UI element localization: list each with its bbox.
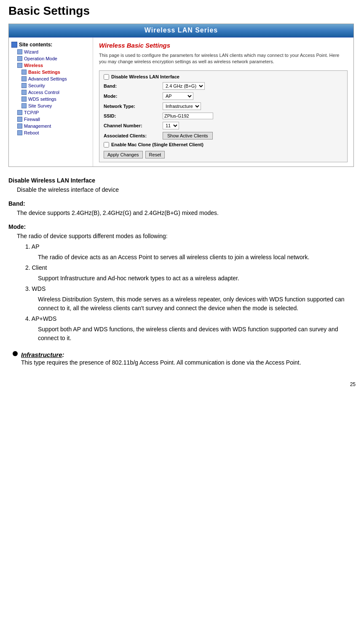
sidebar-group: Wizard Operation Mode Wireless Basic Set… [9, 48, 93, 136]
advanced-settings-icon [21, 76, 27, 81]
mac-clone-label: Enable Mac Clone (Single Ethernet Client… [111, 142, 203, 147]
mode-item-3-number: 3. WDS [8, 285, 356, 293]
disable-wireless-checkbox[interactable] [104, 74, 109, 80]
ssid-input[interactable] [163, 113, 213, 119]
sidebar-item-wds-settings[interactable]: WDS settings [9, 96, 93, 102]
sidebar-section-label: Site contents: [9, 41, 93, 48]
router-panel: Wireless LAN Series Site contents: Wizar… [8, 24, 354, 167]
sidebar-item-access-control[interactable]: Access Control [9, 89, 93, 96]
router-header-title: Wireless LAN Series [145, 27, 218, 34]
sidebar-item-management[interactable]: Management [9, 123, 93, 129]
mode-item-2-desc: Support Infrastructure and Ad-hoc networ… [8, 274, 356, 283]
disable-wireless-row: Disable Wireless LAN Interface [104, 74, 343, 80]
mode-heading: Mode: [8, 223, 356, 230]
management-icon [17, 123, 22, 129]
disable-section: Disable Wireless LAN Interface Disable t… [8, 177, 356, 194]
router-sidebar: Site contents: Wizard Operation Mode Wir… [9, 38, 93, 166]
mode-item-1-number: 1. AP [8, 242, 356, 251]
show-active-clients-button[interactable]: Show Active Clients [163, 132, 213, 140]
router-form: Disable Wireless LAN Interface Band: 2.4… [99, 70, 348, 162]
page-number: 25 [8, 381, 356, 387]
mode-intro: The radio of device supports different m… [8, 232, 356, 241]
mode-item-2-number: 2. Client [8, 263, 356, 272]
sidebar-item-firewall[interactable]: Firewall [9, 116, 93, 123]
network-type-select[interactable]: Infrastructure Ad-hoc [163, 102, 201, 110]
network-type-row: Network Type: Infrastructure Ad-hoc [104, 102, 343, 110]
sidebar-item-tcpip[interactable]: TCP/IP [9, 109, 93, 116]
associated-clients-label: Associated Clients: [104, 133, 163, 138]
sidebar-item-site-survey[interactable]: Site Survey [9, 102, 93, 109]
mac-clone-checkbox[interactable] [104, 142, 109, 148]
reset-button[interactable]: Reset [145, 151, 165, 158]
firewall-icon [17, 117, 22, 122]
disable-heading: Disable Wireless LAN Interface [8, 177, 356, 184]
channel-row: Channel Number: 1234 5678 91011 [104, 122, 343, 129]
mode-item-3-desc: Wireless Distribution System, this mode … [8, 295, 356, 313]
associated-clients-row: Associated Clients: Show Active Clients [104, 132, 343, 140]
documentation: Disable Wireless LAN Interface Disable t… [8, 177, 356, 369]
sidebar-item-basic-settings[interactable]: Basic Settings [9, 69, 93, 75]
bullet-dot-infrastructure [13, 351, 18, 356]
sidebar-item-operation-mode[interactable]: Operation Mode [9, 55, 93, 62]
band-row: Band: 2.4 GHz (B+G) 2.4 GHz (B) 2.4 GHz … [104, 82, 343, 90]
form-buttons-row: Apply Changes Reset [104, 151, 343, 158]
sidebar-item-reboot[interactable]: Reboot [9, 129, 93, 136]
infrastructure-content: Infrastructure: This type requires the p… [21, 351, 356, 369]
band-heading: Band: [8, 200, 356, 207]
reboot-icon [17, 130, 22, 135]
disable-content: Disable the wireless interface of device [8, 185, 356, 194]
infrastructure-heading: Infrastructure: [21, 351, 356, 358]
mode-item-4-desc: Support both AP and WDS functions, the w… [8, 325, 356, 343]
ssid-label: SSID: [104, 113, 163, 118]
wds-settings-icon [21, 97, 27, 102]
tcpip-icon [17, 110, 22, 115]
mode-label: Mode: [104, 94, 163, 99]
mode-section: Mode: The radio of device supports diffe… [8, 223, 356, 343]
router-main: Wireless Basic Settings This page is use… [93, 38, 353, 166]
router-description: This page is used to configure the param… [99, 52, 348, 65]
sidebar-item-wireless[interactable]: Wireless [9, 62, 93, 69]
channel-label: Channel Number: [104, 123, 163, 128]
router-main-title: Wireless Basic Settings [99, 42, 348, 49]
mode-item-1-desc: The radio of device acts as an Access Po… [8, 253, 356, 262]
network-type-label: Network Type: [104, 104, 163, 109]
access-control-icon [21, 90, 27, 95]
site-contents-icon [11, 42, 17, 48]
wireless-icon [17, 63, 22, 68]
mode-item-4-number: 4. AP+WDS [8, 314, 356, 323]
sidebar-item-advanced-settings[interactable]: Advanced Settings [9, 75, 93, 82]
mode-select[interactable]: AP Client WDS AP+WDS [163, 92, 193, 100]
page-title: Basic Settings [8, 4, 356, 18]
mac-clone-row: Enable Mac Clone (Single Ethernet Client… [104, 142, 343, 148]
infrastructure-section: Infrastructure: This type requires the p… [8, 351, 356, 369]
operation-mode-icon [17, 56, 22, 61]
channel-select[interactable]: 1234 5678 91011 [163, 122, 179, 129]
infrastructure-heading-text: Infrastructure: [21, 351, 64, 358]
band-content: The device supports 2.4GHz(B), 2.4GHz(G)… [8, 209, 356, 217]
security-icon [21, 83, 27, 88]
router-header: Wireless LAN Series [9, 24, 353, 37]
band-section: Band: The device supports 2.4GHz(B), 2.4… [8, 200, 356, 217]
wizard-icon [17, 49, 22, 54]
sidebar-item-security[interactable]: Security [9, 82, 93, 89]
basic-settings-icon [21, 70, 27, 75]
infrastructure-description: This type requires the presence of 802.1… [21, 358, 356, 367]
mode-row: Mode: AP Client WDS AP+WDS [104, 92, 343, 100]
band-label: Band: [104, 83, 163, 89]
apply-changes-button[interactable]: Apply Changes [104, 151, 143, 158]
ssid-row: SSID: [104, 113, 343, 119]
disable-wireless-label: Disable Wireless LAN Interface [111, 74, 179, 79]
sidebar-item-wizard[interactable]: Wizard [9, 48, 93, 55]
router-body: Site contents: Wizard Operation Mode Wir… [9, 37, 353, 166]
band-select[interactable]: 2.4 GHz (B+G) 2.4 GHz (B) 2.4 GHz (G) [163, 82, 205, 90]
site-survey-icon [21, 103, 27, 108]
